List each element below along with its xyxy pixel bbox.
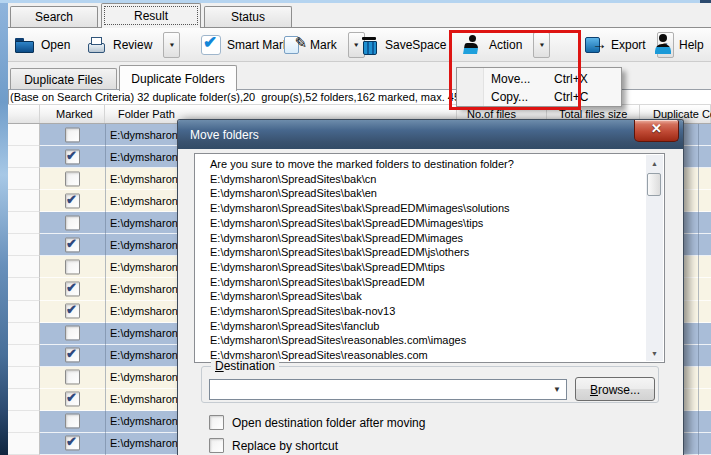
tab-status[interactable]: Status [204, 6, 292, 27]
tab-search[interactable]: Search [10, 6, 98, 27]
trash-icon [358, 34, 380, 56]
savespace-button[interactable]: SaveSpace [358, 31, 446, 58]
row-selector-cell[interactable] [8, 146, 40, 168]
folder-icon [14, 34, 36, 56]
row-selector-cell[interactable] [8, 124, 40, 146]
folder-list-item: E:\dymsharon\SpreadSites\fanclub [210, 319, 664, 334]
action-button[interactable]: Action [462, 31, 550, 58]
browse-button[interactable]: Browse... [575, 377, 655, 401]
printer-icon [86, 34, 108, 56]
folder-path-cell: E:\dymsharon\ [110, 261, 181, 273]
help-label: Help [679, 38, 704, 52]
row-selector-cell[interactable] [8, 367, 40, 389]
row-selector-cell[interactable] [8, 168, 40, 190]
review-dropdown-arrow[interactable] [163, 32, 180, 58]
row-selector-cell[interactable] [8, 389, 40, 411]
folder-path-cell: E:\dymsharon\ [110, 239, 181, 251]
open-button[interactable]: Open [14, 31, 70, 58]
marked-checkbox[interactable] [65, 127, 80, 142]
dialog-checkbox-row: Replace by shortcut [209, 438, 338, 453]
marked-checkbox[interactable] [65, 436, 80, 451]
folder-list-item: E:\dymsharon\SpreadSites\bak [210, 289, 664, 304]
folder-list-item: E:\dymsharon\SpreadSites\bak\cn [210, 172, 664, 187]
folder-path-cell: E:\dymsharon\ [110, 415, 181, 427]
dialog-message: Are you sure to move the marked folders … [210, 157, 664, 172]
marked-checkbox[interactable] [65, 414, 80, 429]
marked-checkbox[interactable] [65, 326, 80, 341]
folder-path-cell: E:\dymsharon\ [110, 283, 181, 295]
menu-item-label: Move... [491, 70, 530, 88]
replace-by-shortcut-label: Replace by shortcut [232, 439, 338, 453]
marked-checkbox[interactable] [65, 392, 80, 407]
row-selector-cell[interactable] [8, 234, 40, 256]
list-scrollbar[interactable] [646, 155, 663, 361]
mark-button[interactable]: Mark [283, 31, 365, 58]
column-grid-line [698, 124, 699, 455]
review-button[interactable]: Review [86, 31, 180, 58]
destination-label: Destination [211, 359, 279, 373]
row-selector-cell[interactable] [8, 212, 40, 234]
marked-checkbox[interactable] [65, 149, 80, 164]
marked-checkbox[interactable] [65, 370, 80, 385]
folder-list-item: E:\dymsharon\SpreadSites\bak\SpreadEDM\j… [210, 245, 664, 260]
open-destination-folder-after-moving-checkbox[interactable] [209, 415, 224, 430]
chevron-down-icon[interactable] [553, 385, 561, 394]
folder-list-item: E:\dymsharon\SpreadSites\bak\SpreadEDM\i… [210, 201, 664, 216]
folder-list-item: E:\dymsharon\SpreadSites\bak\SpreadEDM\t… [210, 260, 664, 275]
menu-item-shortcut: Ctrl+X [554, 70, 588, 88]
replace-by-shortcut-checkbox[interactable] [209, 438, 224, 453]
scroll-down-icon[interactable] [646, 345, 663, 361]
row-selector-cell[interactable] [8, 345, 40, 367]
smart-marker-check-icon [200, 34, 222, 56]
open-destination-folder-after-moving-label: Open destination folder after moving [232, 416, 425, 430]
row-selector-cell[interactable] [8, 278, 40, 300]
scrollbar-thumb[interactable] [647, 173, 661, 196]
marked-checkbox[interactable] [65, 348, 80, 363]
close-button[interactable] [634, 120, 679, 142]
column-header-marked[interactable]: Marked [40, 105, 105, 123]
folder-list-item: E:\dymsharon\SpreadSites\bak\en [210, 186, 664, 201]
marked-checkbox[interactable] [65, 171, 80, 186]
marked-checkbox[interactable] [65, 237, 80, 252]
scroll-up-icon[interactable] [646, 155, 663, 171]
row-selector-cell[interactable] [8, 411, 40, 433]
destination-combobox[interactable] [209, 379, 567, 400]
folder-list-item: E:\dymsharon\SpreadSites\bak\SpreadEDM [210, 275, 664, 290]
row-selector-cell[interactable] [8, 256, 40, 278]
export-label: Export [611, 38, 646, 52]
mark-label: Mark [310, 38, 337, 52]
dialog-checkbox-row: Open destination folder after moving [209, 415, 425, 430]
marked-checkbox[interactable] [65, 193, 80, 208]
action-person-icon [462, 34, 484, 56]
marked-checkbox[interactable] [65, 259, 80, 274]
open-label: Open [41, 38, 70, 52]
background-window-edge [0, 3, 8, 455]
folder-path-cell: E:\dymsharon\ [110, 371, 181, 383]
marked-checkbox[interactable] [65, 215, 80, 230]
subtab-duplicate-folders[interactable]: Duplicate Folders [119, 65, 237, 91]
row-selector-cell[interactable] [8, 301, 40, 323]
column-header-row-selector[interactable] [8, 105, 40, 123]
folder-path-cell: E:\dymsharon\ [110, 217, 181, 229]
folder-path-cell: E:\dymsharon\ [110, 305, 181, 317]
marked-checkbox[interactable] [65, 281, 80, 296]
savespace-label: SaveSpace [385, 38, 446, 52]
menu-item-move[interactable]: Move...Ctrl+X [457, 70, 621, 88]
folder-path-cell: E:\dymsharon\ [110, 173, 181, 185]
menu-item-shortcut: Ctrl+C [554, 88, 588, 106]
row-selector-cell[interactable] [8, 433, 40, 455]
folder-path-cell: E:\dymsharon\ [110, 195, 181, 207]
row-selector-cell[interactable] [8, 190, 40, 212]
folder-list-item: E:\dymsharon\SpreadSites\bak\SpreadEDM\i… [210, 216, 664, 231]
menu-item-copy[interactable]: Copy...Ctrl+C [457, 88, 621, 106]
row-selector-cell[interactable] [8, 323, 40, 345]
tab-result[interactable]: Result [101, 3, 201, 28]
status-line: (Base on Search Criteria) 32 duplicate f… [10, 91, 469, 103]
subtab-duplicate-files[interactable]: Duplicate Files [10, 68, 117, 90]
marked-checkbox[interactable] [65, 304, 80, 319]
help-button[interactable]: Help [652, 31, 711, 58]
action-dropdown-arrow[interactable] [533, 32, 550, 58]
help-person-icon [652, 34, 674, 56]
action-label: Action [489, 38, 522, 52]
folder-list[interactable]: Are you sure to move the marked folders … [194, 153, 665, 363]
